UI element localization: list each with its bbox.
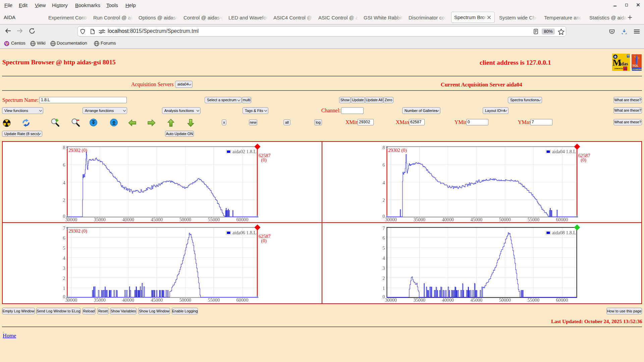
svg-text:powered by: powered by [614,68,623,69]
svg-text:TCL: TCL [632,64,639,67]
svg-text:POWERED: POWERED [633,68,642,70]
svg-text:idas: idas [620,61,628,66]
